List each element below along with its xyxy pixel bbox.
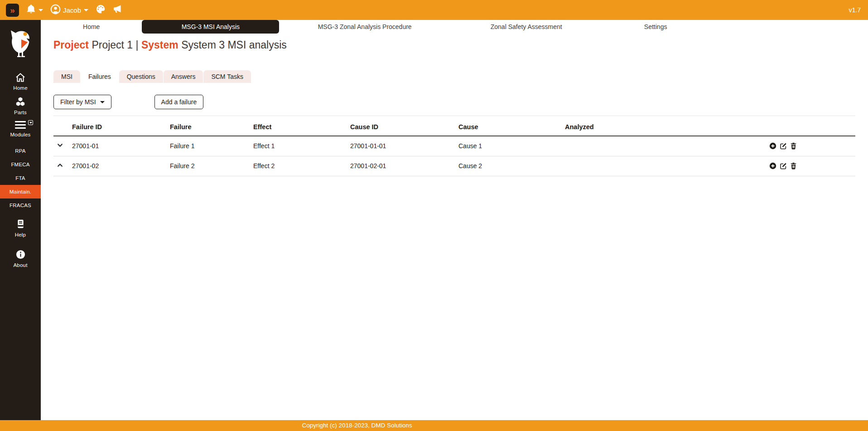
home-icon [15,73,25,84]
table-row: 27001-01 Failure 1 Effect 1 27001-01-01 … [53,136,855,156]
boxes-icon [15,97,25,108]
column-cause-id: Cause ID [347,120,455,136]
page-title: Project Project 1 | System System 3 MSI … [53,39,855,51]
tab-scm-tasks[interactable]: SCM Tasks [203,70,251,83]
analysis-tabs: MSI Failures Questions Answers SCM Tasks [53,70,855,83]
nav-item-home[interactable]: Home [41,20,142,34]
app-window: » Jacob v1.7 [0,0,868,431]
tab-answers[interactable]: Answers [164,70,203,83]
add-failure-button[interactable]: Add a failure [154,95,204,109]
toolbar: Filter by MSI Add a failure [53,95,855,109]
sidebar-item-rpa[interactable]: RPA [0,144,41,158]
top-nav: Home MSG-3 MSI Analysis MSG-3 Zonal Anal… [41,20,709,34]
table-header-row: Failure ID Failure Effect Cause ID Cause… [53,120,855,136]
project-label: Project [53,39,89,51]
nav-item-msg3-zonal-analysis-procedure[interactable]: MSG-3 Zonal Analysis Procedure [279,20,450,34]
chevron-down-icon [100,101,105,103]
cell-cause: Cause 2 [455,156,561,176]
nav-item-zonal-safety-assessment[interactable]: Zonal Safety Assessment [450,20,602,34]
cell-cause: Cause 1 [455,136,561,156]
nav-item-msg3-msi-analysis[interactable]: MSG-3 MSI Analysis [142,20,279,34]
chevron-down-icon [39,9,43,11]
notifications-menu[interactable] [26,4,43,16]
sidebar-item-maintain[interactable]: Maintain. [0,185,41,199]
app-version: v1.7 [849,6,861,14]
book-icon [16,219,25,231]
cell-failure: Failure 2 [166,156,250,176]
sidebar-item-fracas[interactable]: FRACAS [0,199,41,212]
cell-cause-id: 27001-02-01 [347,156,455,176]
tab-failures[interactable]: Failures [81,70,119,83]
add-cause-icon[interactable] [769,142,776,150]
column-effect: Effect [250,120,347,136]
divider [53,116,855,116]
table-row: 27001-02 Failure 2 Effect 2 27001-02-01 … [53,156,855,176]
delete-icon[interactable] [790,142,797,150]
main-panel: Home MSG-3 MSI Analysis MSG-3 Zonal Anal… [41,20,868,420]
cell-effect: Effect 2 [250,156,347,176]
announcements-button[interactable] [113,4,123,16]
sidebar-item-parts[interactable]: Parts [0,94,41,118]
cell-failure-id: 27001-02 [68,156,166,176]
chevron-down-icon [84,9,88,11]
edit-icon[interactable] [780,142,787,150]
add-cause-icon[interactable] [769,162,776,169]
app-logo-bird[interactable] [8,29,33,58]
filter-by-msi-dropdown[interactable]: Filter by MSI [53,95,111,109]
column-expand [53,120,68,136]
sidebar-item-fmeca[interactable]: FMECA [0,158,41,171]
caret-square-icon [28,120,33,125]
system-value: System 3 MSI analysis [181,39,287,51]
nav-item-settings[interactable]: Settings [602,20,709,34]
sidebar-item-help[interactable]: Help [0,216,41,241]
copyright-text: Copyright (c) 2018-2023, DMD Solutions [0,420,714,431]
column-cause: Cause [455,120,561,136]
edit-icon[interactable] [780,162,787,169]
failures-table: Failure ID Failure Effect Cause ID Cause… [53,120,855,176]
sidebar-item-label: Modules [10,132,31,137]
sidebar-item-label: About [13,262,27,268]
sidebar-item-about[interactable]: About [0,247,41,271]
cell-cause-id: 27001-01-01 [347,136,455,156]
cell-analyzed [561,156,766,176]
user-circle-icon [50,4,61,16]
info-icon [16,250,25,261]
user-menu[interactable]: Jacob [50,4,88,16]
sidebar: Home Parts Modules RPA [0,20,41,420]
column-failure: Failure [166,120,250,136]
sidebar-nav: Home Parts Modules RPA [0,70,41,271]
hamburger-icon [15,122,26,130]
cell-failure-id: 27001-01 [68,136,166,156]
palette-icon [96,4,106,16]
project-value: Project 1 [92,39,133,51]
collapse-chevron-up-icon[interactable] [57,162,63,168]
tab-msi[interactable]: MSI [53,70,80,83]
title-divider: | [136,39,139,51]
column-failure-id: Failure ID [68,120,166,136]
sidebar-item-modules[interactable]: Modules [0,118,41,140]
megaphone-icon [113,4,123,16]
system-label: System [141,39,178,51]
sidebar-item-label: Parts [14,110,27,115]
theme-button[interactable] [96,4,106,16]
cell-failure: Failure 1 [166,136,250,156]
cell-analyzed [561,136,766,156]
bell-icon [26,4,36,16]
sidebar-item-fta[interactable]: FTA [0,171,41,185]
page-content: Project Project 1 | System System 3 MSI … [41,34,868,176]
expand-chevron-down-icon[interactable] [57,142,63,148]
footer-bar: Copyright (c) 2018-2023, DMD Solutions [0,420,868,431]
cell-effect: Effect 1 [250,136,347,156]
sidebar-item-label: Home [13,85,27,91]
sidebar-collapse-button[interactable]: » [6,4,19,17]
sidebar-item-home[interactable]: Home [0,70,41,94]
delete-icon[interactable] [790,162,797,169]
tab-questions[interactable]: Questions [119,70,163,83]
user-name: Jacob [63,6,81,14]
column-actions [766,120,855,136]
column-analyzed: Analyzed [561,120,766,136]
sidebar-item-label: Help [15,232,26,237]
top-bar: » Jacob v1.7 [0,0,868,20]
